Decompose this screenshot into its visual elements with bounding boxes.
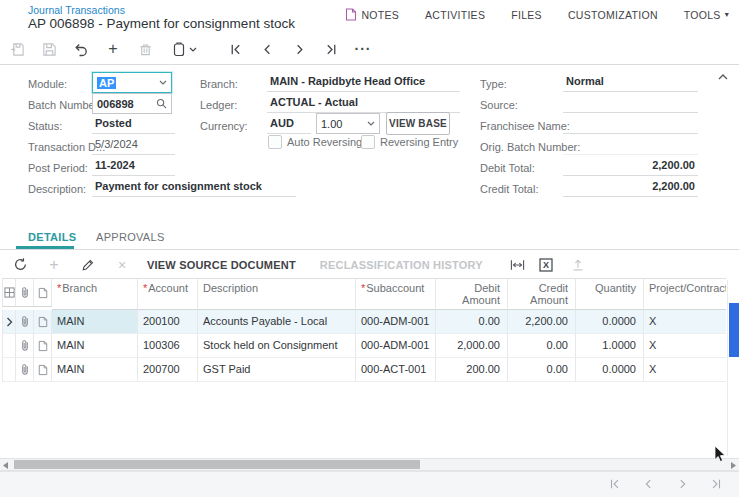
note-icon: [345, 8, 357, 21]
previous-record-button[interactable]: [256, 38, 278, 60]
ledger-value[interactable]: ACTUAL - Actual: [267, 95, 460, 113]
save-button[interactable]: [38, 38, 60, 60]
table-row[interactable]: MAIN 200700 GST Paid 000-ACT-001 200.00 …: [2, 358, 726, 382]
cell-credit[interactable]: 0.00: [508, 334, 576, 358]
cell-debit[interactable]: 2,000.00: [436, 334, 508, 358]
copy-paste-button[interactable]: [166, 38, 202, 60]
col-header-credit-amount[interactable]: Credit Amount: [508, 278, 576, 310]
paperclip-icon[interactable]: [16, 310, 34, 334]
notes-menu-item[interactable]: NOTES: [345, 8, 399, 21]
save-close-button[interactable]: [6, 38, 28, 60]
horizontal-scrollbar-thumb[interactable]: [14, 460, 420, 469]
chevron-down-icon[interactable]: [159, 80, 167, 85]
edit-row-icon[interactable]: [71, 258, 105, 272]
horizontal-scrollbar[interactable]: [0, 458, 739, 471]
cell-description[interactable]: Stock held on Consignment: [198, 334, 356, 358]
vertical-scrollbar[interactable]: [727, 280, 739, 456]
chevron-down-icon[interactable]: [367, 121, 375, 126]
table-row[interactable]: MAIN 200100 Accounts Payable - Local 000…: [2, 310, 726, 334]
note-icon[interactable]: [34, 310, 52, 334]
previous-page-icon[interactable]: [642, 478, 655, 490]
activities-menu-item[interactable]: ACTIVITIES: [425, 9, 485, 21]
transaction-date-value[interactable]: 5/3/2024: [92, 137, 175, 155]
breadcrumb[interactable]: Journal Transactions: [28, 4, 125, 16]
view-source-document-button[interactable]: VIEW SOURCE DOCUMENT: [147, 259, 296, 271]
delete-row-icon[interactable]: ×: [105, 257, 139, 273]
cell-quantity[interactable]: 1.0000: [576, 334, 644, 358]
add-button[interactable]: +: [102, 38, 124, 60]
cell-branch[interactable]: MAIN: [52, 358, 138, 382]
add-row-icon[interactable]: +: [37, 256, 71, 274]
paperclip-icon[interactable]: [16, 358, 34, 382]
vertical-scrollbar-thumb[interactable]: [729, 303, 739, 357]
next-record-button[interactable]: [288, 38, 310, 60]
files-menu-item[interactable]: FILES: [511, 9, 542, 21]
row-selector: [2, 310, 16, 334]
note-icon[interactable]: [34, 334, 52, 358]
undo-button[interactable]: [70, 38, 92, 60]
franchisee-name-value[interactable]: [563, 116, 698, 134]
paperclip-icon[interactable]: [16, 334, 34, 358]
branch-value[interactable]: MAIN - Rapidbyte Head Office: [267, 74, 460, 92]
cell-description[interactable]: GST Paid: [198, 358, 356, 382]
cell-account[interactable]: 200700: [138, 358, 198, 382]
cell-project[interactable]: X: [644, 334, 726, 358]
last-page-icon[interactable]: [710, 478, 723, 490]
col-header-project-contract[interactable]: Project/Contract: [644, 278, 726, 310]
cell-description[interactable]: Accounts Payable - Local: [198, 310, 356, 334]
cell-debit[interactable]: 200.00: [436, 358, 508, 382]
module-select[interactable]: AP: [92, 72, 172, 93]
next-page-icon[interactable]: [676, 478, 689, 490]
col-header-description[interactable]: Description: [198, 278, 356, 310]
first-record-button[interactable]: [224, 38, 246, 60]
cell-debit[interactable]: 0.00: [436, 310, 508, 334]
last-record-button[interactable]: [320, 38, 342, 60]
auto-reversing-checkbox[interactable]: [268, 135, 282, 149]
grid-settings-icon[interactable]: [2, 278, 16, 307]
cell-branch[interactable]: MAIN: [52, 310, 138, 334]
tab-approvals[interactable]: APPROVALS: [96, 231, 165, 243]
cell-branch[interactable]: MAIN: [52, 334, 138, 358]
first-page-icon[interactable]: [608, 478, 621, 490]
scroll-left-icon[interactable]: [3, 462, 8, 469]
customization-menu-item[interactable]: CUSTOMIZATION: [568, 9, 658, 21]
cell-account[interactable]: 200100: [138, 310, 198, 334]
more-actions-button[interactable]: ···: [352, 38, 374, 60]
currency-code[interactable]: AUD: [267, 116, 311, 134]
search-icon[interactable]: [156, 98, 167, 109]
view-base-button[interactable]: VIEW BASE: [386, 112, 450, 135]
row-selector: [2, 334, 16, 358]
cell-subaccount[interactable]: 000-ACT-001: [356, 358, 436, 382]
export-excel-icon[interactable]: X: [529, 258, 563, 272]
tab-details[interactable]: DETAILS: [28, 231, 76, 243]
reversing-entry-checkbox[interactable]: [361, 135, 375, 149]
cell-project[interactable]: X: [644, 358, 726, 382]
reclassification-history-button[interactable]: RECLASSIFICATION HISTORY: [320, 259, 483, 271]
post-period-value[interactable]: 11-2024: [92, 158, 175, 176]
cell-quantity[interactable]: 0.0000: [576, 358, 644, 382]
cell-quantity[interactable]: 0.0000: [576, 310, 644, 334]
collapse-panel-button[interactable]: [718, 74, 728, 80]
cell-subaccount[interactable]: 000-ADM-001: [356, 334, 436, 358]
col-header-branch[interactable]: *Branch: [52, 278, 138, 310]
cell-account[interactable]: 100306: [138, 334, 198, 358]
cell-subaccount[interactable]: 000-ADM-001: [356, 310, 436, 334]
tools-menu-item[interactable]: TOOLS▾: [684, 9, 729, 21]
col-header-quantity[interactable]: Quantity: [576, 278, 644, 310]
cell-project[interactable]: X: [644, 310, 726, 334]
cell-credit[interactable]: 0.00: [508, 358, 576, 382]
description-value[interactable]: Payment for consignment stock: [92, 179, 296, 197]
note-icon[interactable]: [34, 358, 52, 382]
currency-rate-select[interactable]: 1.00: [316, 113, 380, 134]
delete-button[interactable]: [134, 38, 156, 60]
upload-icon[interactable]: [561, 258, 595, 272]
debit-total-label: Debit Total:: [480, 162, 535, 174]
table-row[interactable]: MAIN 100306 Stock held on Consignment 00…: [2, 334, 726, 358]
col-header-subaccount[interactable]: *Subaccount: [356, 278, 436, 310]
col-header-account[interactable]: *Account: [138, 278, 198, 310]
batch-number-input[interactable]: 006898: [92, 93, 172, 114]
cell-credit[interactable]: 2,200.00: [508, 310, 576, 334]
col-header-debit-amount[interactable]: Debit Amount: [436, 278, 508, 310]
refresh-icon[interactable]: [3, 257, 37, 272]
scroll-right-icon[interactable]: [731, 462, 736, 469]
